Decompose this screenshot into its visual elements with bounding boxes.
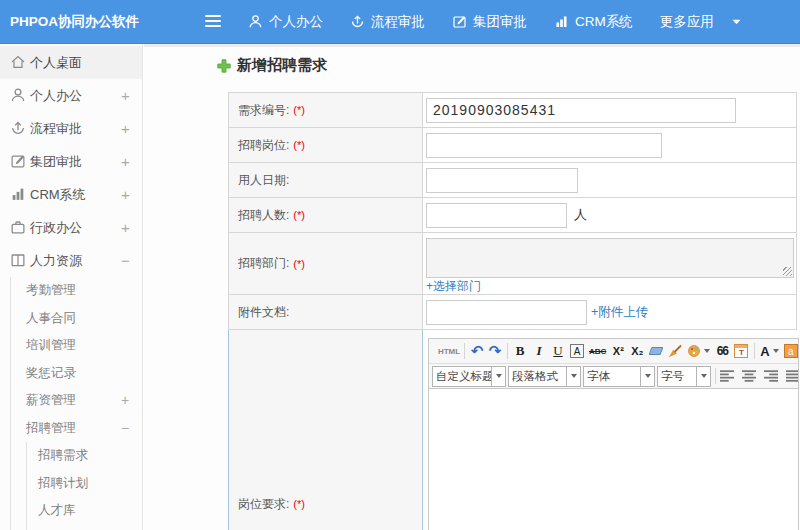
sidebar-item-group-approval[interactable]: 集团审批 + — [0, 145, 142, 178]
sidebar-item-workflow-approval[interactable]: 流程审批 + — [0, 112, 142, 145]
nav-label: 更多应用 — [660, 13, 714, 31]
app-header: PHPOA协同办公软件 个人办公 流程审批 集团审批 — [0, 0, 800, 44]
align-center-icon[interactable] — [742, 370, 756, 382]
sidebar-item-recruit-mgmt[interactable]: 招聘管理 − — [0, 415, 142, 443]
field-label: 岗位要求:(*) — [229, 330, 423, 530]
expand-icon[interactable]: + — [121, 178, 130, 211]
undo-button[interactable]: ↶ — [470, 341, 484, 361]
sidebar-item-recruit-demand[interactable]: 招聘需求 — [0, 442, 142, 470]
book-icon — [10, 252, 26, 268]
color-palette-button[interactable] — [687, 341, 710, 361]
nav-crm[interactable]: CRM系统 — [554, 13, 633, 31]
chevron-down-icon — [732, 19, 741, 25]
headcount-input[interactable] — [426, 203, 567, 228]
align-justify-icon[interactable] — [786, 370, 798, 382]
sidebar-item-desktop[interactable]: 个人桌面 — [0, 46, 142, 79]
chevron-down-icon — [567, 366, 581, 387]
sidebar-item-hr-contract[interactable]: 人事合同 — [0, 305, 142, 333]
required-mark: (*) — [293, 258, 305, 270]
collapse-icon[interactable]: − — [121, 244, 130, 277]
chevron-down-icon — [773, 349, 779, 353]
field-label: 招聘岗位:(*) — [229, 128, 423, 162]
italic-button[interactable]: I — [532, 341, 546, 361]
subscript-button[interactable]: X₂ — [630, 341, 644, 361]
unit-suffix: 人 — [574, 206, 587, 224]
expand-icon[interactable]: + — [121, 387, 129, 415]
chevron-down-icon — [492, 366, 506, 387]
sidebar-item-training[interactable]: 培训管理 — [0, 332, 142, 360]
sidebar-item-salary[interactable]: 薪资管理 + — [0, 387, 142, 415]
expand-icon[interactable]: + — [121, 211, 130, 244]
attachment-upload-link[interactable]: +附件上传 — [591, 304, 648, 321]
align-right-icon[interactable] — [764, 370, 778, 382]
brush-icon — [668, 344, 682, 358]
menu-toggle-icon[interactable] — [205, 15, 221, 30]
editor-toolbar-row2: 自定义标题 段落格式 字体 字号 — [429, 364, 798, 389]
strikethrough-button[interactable]: ABC — [589, 341, 606, 361]
nav-workflow-approval[interactable]: 流程审批 — [350, 13, 425, 31]
expand-icon[interactable]: + — [121, 79, 130, 112]
chevron-down-icon — [704, 349, 710, 353]
top-nav: 个人办公 流程审批 集团审批 CRM系统 更多应用 — [248, 0, 741, 43]
blockquote-button[interactable]: 66 — [715, 341, 729, 361]
attachment-input[interactable] — [426, 300, 587, 325]
nav-group-approval[interactable]: 集团审批 — [452, 13, 527, 31]
nav-label: CRM系统 — [575, 13, 633, 31]
nav-label: 集团审批 — [473, 13, 527, 31]
edit-icon — [452, 14, 467, 29]
field-label: 附件文档: — [229, 295, 423, 329]
flow-icon — [10, 120, 26, 136]
font-style-button[interactable]: A — [570, 344, 584, 358]
edit-icon — [10, 153, 26, 169]
eraser-button[interactable] — [649, 341, 663, 361]
sidebar-item-recruit-plan[interactable]: 招聘计划 — [0, 470, 142, 498]
custom-heading-select[interactable]: 自定义标题 — [432, 366, 506, 387]
font-size-select[interactable]: 字号 — [657, 366, 711, 387]
recruit-dept-textarea[interactable] — [426, 238, 794, 278]
select-dept-link[interactable]: +选择部门 — [426, 279, 796, 293]
main-content: 新增招聘需求 需求编号:(*) 招聘岗位:(*) 用人日期: — [144, 44, 800, 530]
redo-button[interactable]: ↷ — [488, 341, 502, 361]
sidebar-item-hr[interactable]: 人力资源 − — [0, 244, 142, 277]
bar-chart-icon — [554, 14, 569, 29]
hire-date-input[interactable] — [426, 168, 578, 193]
chevron-down-icon — [641, 366, 655, 387]
nav-more-apps[interactable]: 更多应用 — [660, 13, 741, 31]
field-label: 需求编号:(*) — [229, 93, 423, 127]
sidebar-item-talent-pool[interactable]: 人才库 — [0, 497, 142, 525]
align-left-icon[interactable] — [720, 370, 734, 382]
sidebar-item-attendance[interactable]: 考勤管理 — [0, 277, 142, 305]
expand-icon[interactable]: + — [121, 145, 130, 178]
font-color-button[interactable]: A — [760, 341, 778, 361]
bold-button[interactable]: B — [513, 341, 527, 361]
underline-button[interactable]: U — [551, 341, 565, 361]
recruit-position-input[interactable] — [426, 133, 662, 158]
superscript-button[interactable]: X² — [611, 341, 625, 361]
recruit-demand-form: 需求编号:(*) 招聘岗位:(*) 用人日期: — [228, 92, 797, 530]
resize-handle[interactable] — [783, 267, 792, 276]
format-brush-button[interactable] — [668, 341, 682, 361]
collapse-icon[interactable]: − — [121, 415, 129, 443]
nav-personal-office[interactable]: 个人办公 — [248, 13, 323, 31]
sidebar-item-personal-office[interactable]: 个人办公 + — [0, 79, 142, 112]
editor-toolbar-row1: HTML ↶ ↷ B I U A ABC X² X₂ — [429, 339, 798, 364]
demand-number-input[interactable] — [426, 98, 736, 123]
font-family-select[interactable]: 字体 — [583, 366, 655, 387]
flow-icon — [350, 14, 365, 29]
rich-text-editor: HTML ↶ ↷ B I U A ABC X² X₂ — [428, 338, 799, 530]
sidebar-item-crm[interactable]: CRM系统 + — [0, 178, 142, 211]
paste-text-button[interactable]: T — [734, 341, 748, 361]
required-mark: (*) — [293, 104, 305, 116]
sidebar-item-admin-office[interactable]: 行政办公 + — [0, 211, 142, 244]
sidebar-item-rewards[interactable]: 奖惩记录 — [0, 360, 142, 388]
editor-content-area[interactable] — [429, 389, 798, 530]
palette-icon — [687, 344, 701, 358]
eraser-icon — [649, 347, 664, 355]
html-source-button[interactable]: HTML — [437, 341, 461, 361]
bar-chart-icon — [10, 186, 26, 202]
add-icon — [217, 59, 231, 73]
highlight-color-button[interactable]: a — [784, 344, 798, 358]
user-icon — [10, 87, 26, 103]
expand-icon[interactable]: + — [121, 112, 130, 145]
paragraph-format-select[interactable]: 段落格式 — [508, 366, 581, 387]
